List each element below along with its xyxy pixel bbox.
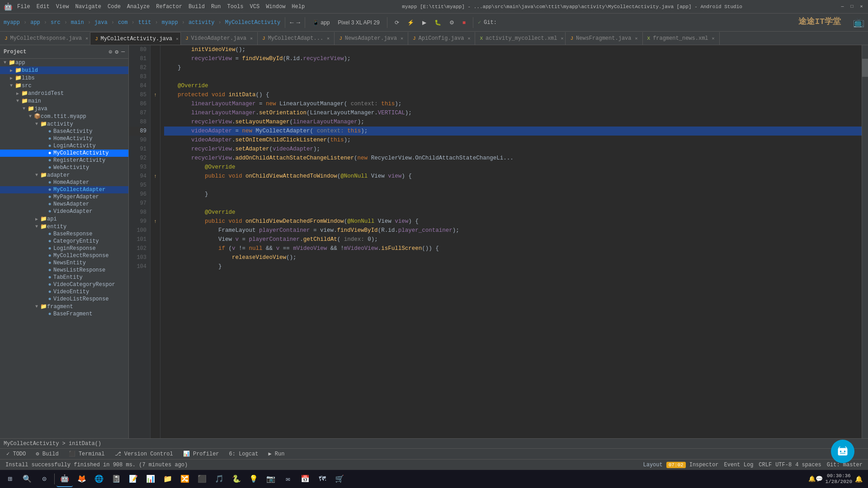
taskbar-android-studio[interactable]: 🤖	[57, 471, 73, 487]
tab-close-button[interactable]: ✕	[712, 36, 715, 41]
panel-tab-vcs[interactable]: ⎇ Version Control	[110, 450, 178, 458]
taskbar-idea[interactable]: 💡	[245, 471, 262, 487]
sidebar-collapse-icon[interactable]: —	[121, 48, 125, 56]
tree-item-mycollectadapter[interactable]: ● MyCollectAdapter	[0, 186, 128, 193]
panel-tab-logcat[interactable]: 6: Logcat	[225, 450, 263, 458]
sidebar-icons[interactable]: ⊙ ⚙ —	[109, 48, 125, 56]
maximize-button[interactable]: □	[849, 4, 855, 9]
tree-item-webactivity[interactable]: ● WebActivity	[0, 164, 128, 171]
run-config-button[interactable]: ▶	[420, 19, 429, 27]
panel-tab-todo[interactable]: ✓ TODO	[2, 450, 30, 458]
tree-item-androidtest[interactable]: ▶ 📁 androidTest	[0, 89, 128, 97]
tree-item-src[interactable]: ▼ 📁 src	[0, 82, 128, 89]
forward-icon[interactable]: →	[297, 19, 300, 26]
sync-button[interactable]: ⚡	[405, 19, 417, 27]
refresh-button[interactable]: ⟳	[392, 19, 402, 27]
minimize-button[interactable]: —	[840, 4, 845, 9]
layout-indicator[interactable]: Layout	[643, 462, 662, 468]
tree-item-registeractivity[interactable]: ● RegisterActivity	[0, 157, 128, 164]
tab-close-button[interactable]: ✕	[327, 36, 330, 41]
taskbar-chrome[interactable]: 🌐	[91, 471, 107, 487]
tab-mycollectadapter[interactable]: J MyCollectAdapt... ✕	[258, 32, 335, 45]
taskbar-explorer[interactable]: 📁	[160, 471, 176, 487]
breadcrumb-activity[interactable]: activity	[189, 19, 215, 26]
coverage-button[interactable]: ⚙	[447, 19, 457, 27]
tab-mycollectactivity[interactable]: J MyCollectActivity.java ✕	[90, 32, 181, 45]
stop-button[interactable]: ■	[460, 19, 468, 27]
inspector-icon[interactable]: Inspector	[689, 462, 719, 468]
tree-item-app[interactable]: ▼ 📁 app	[0, 59, 128, 66]
menu-refactor[interactable]: Refactor	[156, 4, 182, 10]
tab-apiconfig[interactable]: J ApiConfig.java ✕	[408, 32, 475, 45]
tree-item-videoentity[interactable]: ● VideoEntity	[0, 288, 128, 296]
taskbar-maps[interactable]: 🗺	[314, 471, 330, 487]
tree-item-videoadapter[interactable]: ● VideoAdapter	[0, 208, 128, 215]
tree-item-api-folder[interactable]: ▶ 📁 api	[0, 215, 128, 223]
taskbar-excel[interactable]: 📊	[142, 471, 159, 487]
tab-close-button[interactable]: ✕	[401, 36, 403, 41]
tab-activity-mycollect-xml[interactable]: X activity_mycollect.xml ✕	[475, 32, 566, 45]
tab-close-button[interactable]: ✕	[85, 36, 88, 41]
tree-item-fragment-folder[interactable]: ▼ 📁 fragment	[0, 303, 128, 310]
tab-close-button[interactable]: ✕	[467, 36, 470, 41]
tree-item-homeadapter[interactable]: ● HomeAdapter	[0, 179, 128, 186]
breadcrumb-src[interactable]: src	[51, 19, 61, 26]
taskbar-store[interactable]: 🛒	[331, 471, 348, 487]
breadcrumb-java[interactable]: java	[94, 19, 108, 26]
tab-newsadapter[interactable]: J NewsAdapter.java ✕	[335, 32, 408, 45]
tree-item-loginresponse[interactable]: ● LoginResponse	[0, 245, 128, 252]
menu-navigate[interactable]: Navigate	[75, 4, 101, 10]
tree-item-newslistresponse[interactable]: ● NewsListResponse	[0, 267, 128, 274]
debug-button[interactable]: 🐛	[432, 19, 444, 27]
taskbar-onenote[interactable]: 📓	[108, 471, 124, 487]
tree-item-mycollectresponse[interactable]: ● MyCollectResponse	[0, 252, 128, 259]
taskbar-word[interactable]: 📝	[125, 471, 142, 487]
start-button[interactable]: ⊞	[2, 471, 18, 487]
tree-item-java[interactable]: ▼ 📁 java	[0, 105, 128, 113]
device-selector[interactable]: 📱 app	[310, 19, 332, 27]
cortana-button[interactable]: ⊙	[36, 471, 52, 487]
tree-item-categoryentity[interactable]: ● CategoryEntity	[0, 238, 128, 245]
tree-item-loginactivity[interactable]: ● LoginActivity	[0, 142, 128, 150]
menu-build[interactable]: Build	[189, 4, 205, 10]
tree-item-adapter-folder[interactable]: ▼ 📁 adapter	[0, 171, 128, 179]
tree-item-baseresponse[interactable]: ● BaseResponse	[0, 230, 128, 238]
menu-help[interactable]: Help	[292, 4, 305, 10]
taskbar-terminal[interactable]: ⬛	[194, 471, 210, 487]
menu-edit[interactable]: Edit	[37, 4, 50, 10]
tab-close-button[interactable]: ✕	[176, 36, 179, 42]
menu-code[interactable]: Code	[108, 4, 121, 10]
notification-center-icon[interactable]: 🔔	[855, 475, 863, 483]
menu-file[interactable]: File	[17, 4, 30, 10]
breadcrumb-main[interactable]: main	[71, 19, 84, 26]
search-button[interactable]: 🔍	[19, 471, 35, 487]
tree-item-mypageradapter[interactable]: ● MyPagerAdapter	[0, 193, 128, 201]
panel-tab-build[interactable]: ⚙ Build	[31, 450, 63, 458]
tree-item-videocategoryresponse[interactable]: ● VideoCategoryRespor	[0, 281, 128, 288]
taskbar-git[interactable]: 🔀	[177, 471, 193, 487]
tree-item-build[interactable]: ▶ 📁 build	[0, 66, 128, 74]
scrollbar-thumb[interactable]	[862, 59, 868, 77]
breadcrumb-myapp[interactable]: myapp	[4, 19, 20, 26]
code-content[interactable]: initVideoView(); recyclerView = findView…	[160, 45, 862, 466]
tree-item-homeactivity[interactable]: ● HomeActivity	[0, 135, 128, 142]
tree-item-mycollectactivity[interactable]: ● MyCollectActivity	[0, 150, 128, 157]
code-editor[interactable]: 80 81 82 83 84 85 86 87 88 89 90 91 92 9…	[129, 45, 868, 466]
code-area[interactable]: 80 81 82 83 84 85 86 87 88 89 90 91 92 9…	[129, 45, 868, 466]
menu-run[interactable]: Run	[211, 4, 221, 10]
menu-view[interactable]: View	[56, 4, 69, 10]
taskbar-calendar[interactable]: 📅	[297, 471, 313, 487]
breadcrumb-myapp2[interactable]: myapp	[162, 19, 178, 26]
taskbar-browser1[interactable]: 🦊	[74, 471, 90, 487]
panel-tab-profiler[interactable]: 📊 Profiler	[179, 450, 224, 458]
menu-analyze[interactable]: Analyze	[127, 4, 150, 10]
sidebar-config-icon[interactable]: ⚙	[115, 48, 118, 56]
menu-tools[interactable]: Tools	[227, 4, 244, 10]
breadcrumb-app[interactable]: app	[30, 19, 40, 26]
event-log-label[interactable]: Event Log	[724, 462, 754, 468]
panel-tab-run[interactable]: ▶ Run	[264, 450, 289, 458]
bilibili-float-button[interactable]	[831, 440, 854, 463]
taskbar-python[interactable]: 🐍	[228, 471, 245, 487]
tab-close-button[interactable]: ✕	[250, 36, 253, 41]
tree-item-main[interactable]: ▼ 📁 main	[0, 97, 128, 105]
